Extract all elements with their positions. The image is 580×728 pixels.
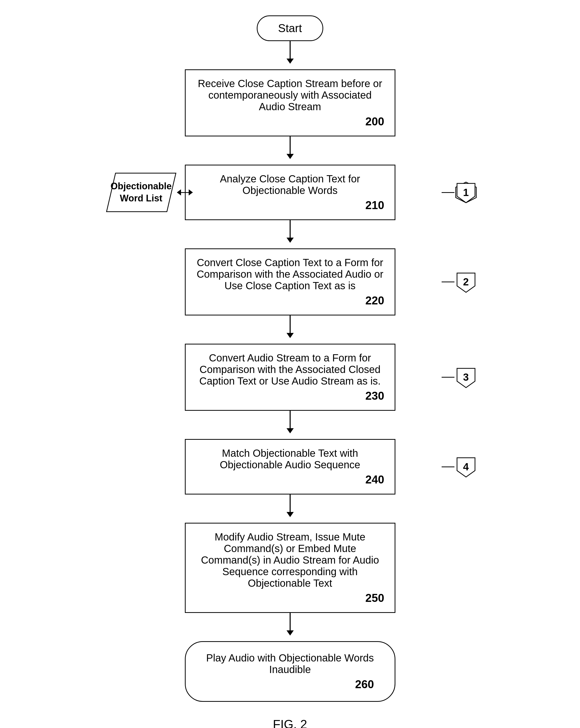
start-node: Start: [257, 16, 323, 41]
badge-3-label: 3: [463, 371, 469, 383]
step-250-num: 250: [196, 592, 384, 604]
step-240: Match Objectionable Text with Objectiona…: [185, 439, 395, 494]
step-230: Convert Audio Stream to a Form for Compa…: [185, 344, 395, 411]
figure-label: FIG. 2: [273, 717, 307, 728]
badge-1: 1: [454, 181, 477, 204]
step-210-row: ObjectionableWord List Analyze Close Cap…: [110, 165, 470, 220]
step-250: Modify Audio Stream, Issue Mute Command(…: [185, 523, 395, 613]
badge-1-label: 1: [463, 187, 469, 198]
step-220-num: 220: [196, 294, 384, 307]
badge-2: 2: [454, 270, 477, 294]
step-240-num: 240: [196, 473, 384, 486]
badge-230-area: 3: [442, 366, 477, 389]
step-200-text: Receive Close Caption Stream before or c…: [198, 78, 382, 112]
badge-220-line: [442, 282, 454, 282]
step-240-row: Match Objectionable Text with Objectiona…: [110, 439, 470, 494]
badge-2-label: 2: [463, 276, 469, 288]
step-260-row: Play Audio with Objectionable Words Inau…: [110, 641, 470, 702]
step-220-row: Convert Close Caption Text to a Form for…: [110, 249, 470, 315]
end-num: 260: [206, 678, 374, 691]
badge-230-line: [442, 377, 454, 378]
step-200-num: 200: [196, 115, 384, 128]
step-240-text: Match Objectionable Text with Objectiona…: [220, 447, 360, 470]
step-250-row: Modify Audio Stream, Issue Mute Command(…: [110, 523, 470, 613]
step-220-text: Convert Close Caption Text to a Form for…: [197, 257, 383, 291]
badge-210-area: 1: [442, 181, 477, 204]
step-230-num: 230: [196, 389, 384, 402]
step-210: Analyze Close Caption Text for Objection…: [185, 165, 395, 220]
step-200: Receive Close Caption Stream before or c…: [185, 69, 395, 136]
flowchart: Start Receive Close Caption Stream befor…: [110, 16, 470, 728]
double-arrow-210: [177, 192, 193, 193]
step-220: Convert Close Caption Text to a Form for…: [185, 249, 395, 315]
badge-4: 4: [454, 455, 477, 478]
step-230-row: Convert Audio Stream to a Form for Compa…: [110, 344, 470, 411]
badge-3: 3: [454, 366, 477, 389]
step-230-text: Convert Audio Stream to a Form for Compa…: [199, 352, 381, 387]
badge-220-area: 2: [442, 270, 477, 294]
step-200-row: Receive Close Caption Stream before or c…: [110, 69, 470, 136]
objectionable-word-list-area: ObjectionableWord List: [105, 172, 193, 213]
end-node: Play Audio with Objectionable Words Inau…: [185, 641, 395, 702]
badge-4-label: 4: [463, 461, 469, 473]
end-text: Play Audio with Objectionable Words Inau…: [206, 652, 374, 675]
badge-240-line: [442, 467, 454, 467]
badge-240-area: 4: [442, 455, 477, 478]
step-210-num: 210: [196, 199, 384, 212]
badge-210-line: [442, 192, 454, 193]
objectionable-word-list-label: ObjectionableWord List: [110, 180, 171, 205]
objectionable-word-list-shape: ObjectionableWord List: [105, 172, 177, 213]
step-250-text: Modify Audio Stream, Issue Mute Command(…: [201, 531, 379, 589]
step-210-text: Analyze Close Caption Text for Objection…: [220, 173, 360, 196]
